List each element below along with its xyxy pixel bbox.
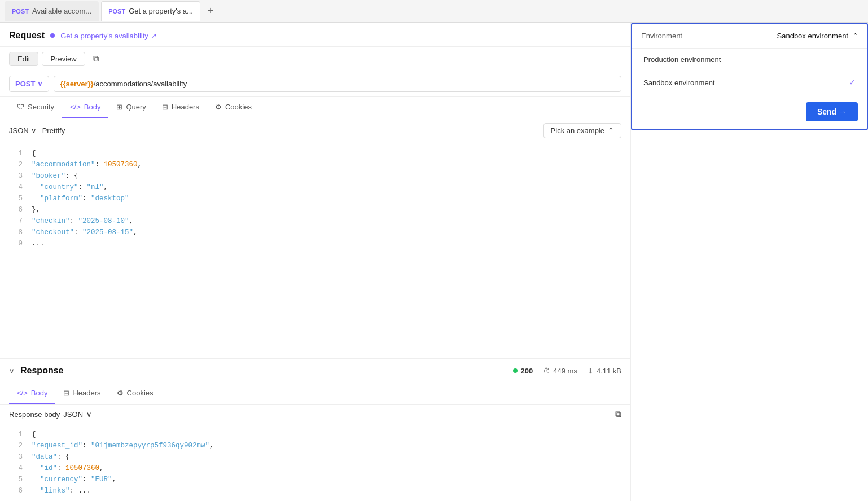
pick-example-chevron: ⌃: [608, 126, 614, 135]
resp-line-2: 2 "request_id": "01jmembzepyyrp5f936qy90…: [0, 440, 630, 451]
status-number: 200: [521, 367, 533, 375]
size-value: 4.11 kB: [597, 367, 621, 375]
env-selected-button[interactable]: Sandbox environment ⌃: [777, 32, 858, 40]
send-button-area: Send →: [632, 94, 867, 129]
clock-icon: ⏱: [543, 367, 550, 375]
response-title-area: ∨ Response: [9, 366, 63, 376]
left-panel: Request Get a property's availability ↗ …: [0, 23, 631, 501]
headers-icon: ⊟: [162, 103, 168, 111]
request-code-editor[interactable]: 1 { 2 "accommodation": 10507360, 3 "book…: [0, 143, 630, 358]
tab2-label: Get a property's a...: [129, 7, 193, 15]
tab-cookies[interactable]: ⚙ Cookies: [207, 97, 260, 118]
method-chevron: ∨: [37, 80, 43, 88]
request-header: Request Get a property's availability ↗: [0, 23, 630, 47]
tab-query[interactable]: ⊞ Query: [108, 97, 154, 118]
tab-body[interactable]: </> Body: [62, 97, 108, 118]
status-dot: [513, 368, 518, 373]
resp-tab-cookies[interactable]: ⚙ Cookies: [109, 383, 161, 404]
body-tab-label: Body: [84, 103, 101, 111]
env-selected-label: Sandbox environment: [777, 32, 848, 40]
tab-headers[interactable]: ⊟ Headers: [154, 97, 207, 118]
method-selector[interactable]: POST ∨: [9, 76, 49, 92]
body-toolbar: JSON ∨ Prettify Pick an example ⌃: [0, 118, 630, 143]
code-line-2: 2 "accommodation": 10507360,: [0, 159, 630, 170]
prettify-button[interactable]: Prettify: [42, 126, 65, 135]
env-sandbox-label: Sandbox environment: [643, 78, 714, 87]
preview-button[interactable]: Preview: [42, 52, 85, 66]
resp-line-3: 3 "data": {: [0, 451, 630, 463]
json-label: JSON: [9, 126, 29, 135]
checkmark-icon: ✓: [849, 78, 856, 87]
chevron-up-icon: ⌃: [853, 32, 858, 39]
edit-preview-toolbar: Edit Preview ⧉: [0, 47, 630, 71]
environment-panel: Environment Sandbox environment ⌃ Produc…: [631, 23, 868, 130]
request-title: Request: [9, 30, 45, 41]
shield-icon: 🛡: [17, 103, 24, 111]
tab-security[interactable]: 🛡 Security: [9, 97, 62, 118]
tab-get-property[interactable]: POST Get a property's a...: [101, 1, 200, 21]
resp-tab-headers[interactable]: ⊟ Headers: [55, 383, 108, 404]
code-line-3: 3 "booker": {: [0, 170, 630, 182]
collapse-button[interactable]: ∨: [9, 367, 15, 375]
env-option-sandbox[interactable]: Sandbox environment ✓: [632, 71, 867, 94]
request-link[interactable]: Get a property's availability ↗: [60, 32, 157, 40]
url-input[interactable]: {{server}}/accommodations/availability: [54, 76, 621, 92]
tab1-method: POST: [12, 8, 29, 15]
code-line-7: 7 "checkin": "2025-08-10",: [0, 216, 630, 227]
resp-cookies-icon: ⚙: [117, 389, 124, 397]
response-code-editor[interactable]: 1 { 2 "request_id": "01jmembzepyyrp5f936…: [0, 424, 630, 501]
request-link-label: Get a property's availability: [60, 32, 148, 40]
resp-cookies-label: Cookies: [127, 389, 154, 397]
query-tab-label: Query: [126, 103, 146, 111]
env-option-production[interactable]: Production environment: [632, 49, 867, 71]
env-header: Environment Sandbox environment ⌃: [632, 24, 867, 49]
add-tab-button[interactable]: +: [203, 3, 218, 19]
response-header: ∨ Response 200 ⏱ 449 ms ⬇ 4.11 kB: [0, 359, 630, 383]
request-dot: [50, 33, 55, 38]
resp-json-chevron: ∨: [86, 410, 92, 419]
code-icon: </>: [70, 103, 81, 111]
resp-line-1: 1 {: [0, 429, 630, 440]
pick-example-button[interactable]: Pick an example ⌃: [543, 123, 621, 138]
request-tabs: 🛡 Security </> Body ⊞ Query ⊟ Headers ⚙ …: [0, 97, 630, 118]
pick-example-label: Pick an example: [551, 126, 604, 135]
env-production-label: Production environment: [643, 55, 721, 64]
response-body-toolbar: Response body JSON ∨ ⧉: [0, 405, 630, 424]
response-time: ⏱ 449 ms: [543, 367, 577, 375]
response-title: Response: [20, 366, 63, 376]
cookies-icon: ⚙: [215, 103, 222, 111]
resp-tab-body[interactable]: </> Body: [9, 383, 55, 404]
request-link-arrow: ↗: [151, 32, 157, 40]
cookies-tab-label: Cookies: [225, 103, 252, 111]
code-line-5: 5 "platform": "desktop": [0, 193, 630, 204]
send-button[interactable]: Send →: [806, 102, 858, 121]
security-tab-label: Security: [28, 103, 54, 111]
time-value: 449 ms: [553, 367, 577, 375]
right-panel-wrapper: Environment Sandbox environment ⌃ Produc…: [631, 23, 868, 130]
resp-headers-icon: ⊟: [63, 389, 69, 397]
resp-body-label-text: Response body: [9, 410, 60, 419]
copy-button[interactable]: ⧉: [89, 51, 104, 66]
code-line-6: 6 },: [0, 204, 630, 216]
code-line-1: 1 {: [0, 148, 630, 159]
response-body-section: Response body JSON ∨ ⧉ 1 { 2 "request_id: [0, 405, 630, 501]
copy-response-button[interactable]: ⧉: [615, 409, 621, 419]
code-line-4: 4 "country": "nl",: [0, 182, 630, 193]
response-tabs: </> Body ⊟ Headers ⚙ Cookies: [0, 383, 630, 405]
code-line-9: 9 ...: [0, 238, 630, 249]
environment-label: Environment: [641, 32, 682, 40]
edit-button[interactable]: Edit: [9, 52, 38, 66]
tab-available-accom[interactable]: POST Available accom...: [5, 1, 99, 21]
response-meta: 200 ⏱ 449 ms ⬇ 4.11 kB: [513, 367, 621, 375]
body-toolbar-left: JSON ∨ Prettify: [9, 126, 65, 135]
json-format-selector[interactable]: JSON ∨: [9, 126, 37, 135]
body-editor: JSON ∨ Prettify Pick an example ⌃ 1 { 2: [0, 118, 630, 358]
resp-json-label: JSON: [63, 410, 83, 419]
resp-headers-label: Headers: [73, 389, 100, 397]
resp-line-5: 5 "currency": "EUR",: [0, 474, 630, 485]
resp-line-4: 4 "id": 10507360,: [0, 463, 630, 474]
query-icon: ⊞: [116, 103, 122, 111]
file-icon: ⬇: [588, 367, 594, 375]
main-layout: Request Get a property's availability ↗ …: [0, 23, 868, 501]
resp-format-selector[interactable]: Response body JSON ∨: [9, 410, 92, 419]
